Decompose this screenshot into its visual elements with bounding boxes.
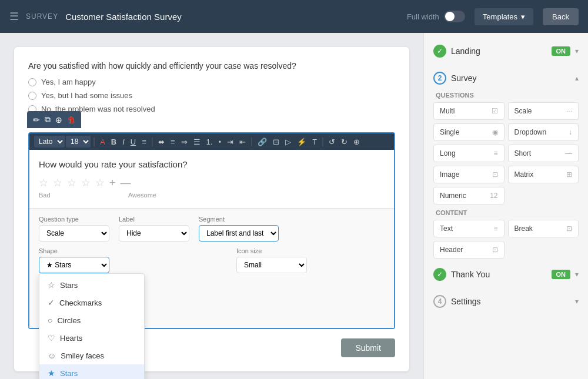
submit-button[interactable]: Submit xyxy=(341,338,395,357)
main-layout: Are you satisfied with how quickly and e… xyxy=(0,33,588,379)
short-icon: — xyxy=(565,149,572,157)
long-btn[interactable]: Long ≡ xyxy=(433,145,505,162)
dropdown-btn[interactable]: Dropdown ↓ xyxy=(508,123,579,141)
star-4[interactable]: ☆ xyxy=(81,176,91,189)
single-btn[interactable]: Single ◉ xyxy=(433,123,505,141)
font-family-select[interactable]: Lato xyxy=(34,136,65,147)
sidebar-section-thankyou: ✓ Thank You ON ▾ xyxy=(431,263,581,286)
shape-select[interactable]: ★ Stars xyxy=(39,257,109,273)
special-btn[interactable]: ⚡ xyxy=(295,136,309,147)
align-center-btn[interactable]: ≡ xyxy=(168,136,178,147)
stars2-label: Stars xyxy=(60,369,78,378)
break-icon: ⊡ xyxy=(566,224,572,233)
align-left-btn[interactable]: ⬌ xyxy=(156,136,167,147)
menu-icon[interactable]: ☰ xyxy=(9,10,19,23)
templates-button[interactable]: Templates ▾ xyxy=(475,8,533,25)
bold-btn[interactable]: B xyxy=(109,136,119,147)
text-btn[interactable]: T xyxy=(310,136,319,147)
shape-item-stars1[interactable]: ☆ Stars xyxy=(39,276,144,294)
shape-dropdown: ☆ Stars ✓ Checkmarks ○ C xyxy=(39,273,145,379)
settings-row: Question type Scale Label Hide xyxy=(39,216,385,242)
settings-header[interactable]: 4 Settings ▾ xyxy=(431,290,581,313)
landing-title: Landing xyxy=(451,46,480,56)
icon-size-select[interactable]: Small xyxy=(236,257,307,273)
landing-on-badge: ON xyxy=(552,46,571,56)
font-size-select[interactable]: 18 xyxy=(66,136,91,147)
justify-btn[interactable]: ☰ xyxy=(191,136,203,147)
star-5[interactable]: ☆ xyxy=(95,176,105,189)
text-btn[interactable]: Text ≡ xyxy=(433,220,505,237)
matrix-label: Matrix xyxy=(514,170,534,179)
star-3[interactable]: ☆ xyxy=(67,176,76,189)
ol-btn[interactable]: 1. xyxy=(204,136,215,147)
dropdown-label: Dropdown xyxy=(514,128,547,136)
option-label-2: Yes, but I had some issues xyxy=(41,91,132,100)
thankyou-chevron-icon: ▾ xyxy=(575,270,579,279)
topnav: ☰ SURVEY Customer Satisfaction Survey Fu… xyxy=(0,0,588,33)
topnav-right: Full width Templates ▾ Back xyxy=(407,8,579,25)
question-type-select[interactable]: Scale xyxy=(39,225,109,242)
segment-select[interactable]: Label first and last xyxy=(199,225,279,242)
align-right-btn[interactable]: ⇒ xyxy=(179,136,190,147)
short-btn[interactable]: Short — xyxy=(508,145,579,162)
copy-icon[interactable]: ⧉ xyxy=(44,113,52,126)
survey-title: Customer Satisfaction Survey xyxy=(65,12,182,22)
sidebar-section-survey: 2 Survey ▴ Questions Multi ☑ Scale ··· xyxy=(431,67,581,259)
remove-star-btn[interactable]: — xyxy=(121,177,131,189)
landing-chevron-icon: ▾ xyxy=(575,47,579,55)
question-edit-text: How would you rate your satisfaction? xyxy=(39,159,385,169)
header-btn[interactable]: Header ⊡ xyxy=(433,241,505,259)
indent-btn[interactable]: ⇥ xyxy=(225,136,236,147)
ul-btn[interactable]: • xyxy=(216,136,223,147)
survey-header[interactable]: 2 Survey ▴ xyxy=(431,67,581,89)
up-icon[interactable]: ⊕ xyxy=(54,114,64,126)
thankyou-header[interactable]: ✓ Thank You ON ▾ xyxy=(431,263,581,286)
outdent-btn[interactable]: ⇤ xyxy=(237,136,248,147)
break-label: Break xyxy=(514,224,533,233)
landing-header[interactable]: ✓ Landing ON ▾ xyxy=(431,40,581,62)
redo-btn[interactable]: ↻ xyxy=(339,136,350,147)
more-btn[interactable]: ⊕ xyxy=(351,136,362,147)
fullwidth-toggle[interactable] xyxy=(444,11,465,22)
add-star-btn[interactable]: + xyxy=(109,177,116,189)
italic-btn[interactable]: I xyxy=(120,136,127,147)
back-button[interactable]: Back xyxy=(543,8,579,25)
font-color-btn[interactable]: A xyxy=(98,136,108,147)
shape-item-circles[interactable]: ○ Circles xyxy=(39,311,144,329)
single-icon: ◉ xyxy=(492,128,498,136)
break-btn[interactable]: Break ⊡ xyxy=(508,220,579,237)
edit-icon[interactable]: ✏ xyxy=(32,114,41,126)
underline-btn[interactable]: U xyxy=(128,136,138,147)
image-btn[interactable]: ⊡ xyxy=(270,136,282,147)
list-btn[interactable]: ≡ xyxy=(139,136,149,147)
undo-btn[interactable]: ↺ xyxy=(326,136,338,147)
numeric-btn[interactable]: Numeric 12 xyxy=(433,187,505,204)
sidebar-section-settings: 4 Settings ▾ xyxy=(431,290,581,313)
checkmarks-icon: ✓ xyxy=(48,298,55,307)
scale-btn[interactable]: Scale ··· xyxy=(508,102,579,120)
matrix-btn[interactable]: Matrix ⊞ xyxy=(508,166,579,183)
image-btn[interactable]: Image ⊡ xyxy=(433,166,505,183)
top-question: Are you satisfied with how quickly and e… xyxy=(28,61,395,71)
shape-item-checkmarks[interactable]: ✓ Checkmarks xyxy=(39,294,144,311)
delete-icon[interactable]: 🗑 xyxy=(66,114,76,126)
question-edit-area[interactable]: How would you rate your satisfaction? ☆ … xyxy=(29,150,394,208)
sidebar-section-landing: ✓ Landing ON ▾ xyxy=(431,40,581,62)
embed-btn[interactable]: ▷ xyxy=(283,136,293,147)
radio-1[interactable] xyxy=(28,78,36,86)
fullwidth-label: Full width xyxy=(407,12,439,21)
shape-group: Shape ★ Stars ☆ Stars xyxy=(39,247,109,273)
header-label: Header xyxy=(440,246,463,254)
star-1[interactable]: ☆ xyxy=(39,176,48,189)
settings-chevron-icon: ▾ xyxy=(575,297,579,306)
star-2[interactable]: ☆ xyxy=(53,176,62,189)
shape-item-hearts[interactable]: ♡ Hearts xyxy=(39,329,144,347)
label-select[interactable]: Hide xyxy=(119,225,189,242)
icon-size-group: Icon size Small xyxy=(236,247,307,273)
link-btn[interactable]: 🔗 xyxy=(255,136,269,147)
radio-2[interactable] xyxy=(28,92,36,100)
settings-panel: Question type Scale Label Hide xyxy=(29,208,394,328)
multi-btn[interactable]: Multi ☑ xyxy=(433,102,505,120)
shape-item-smiley[interactable]: ☺ Smiley faces xyxy=(39,347,144,364)
shape-item-stars2[interactable]: ★ Stars xyxy=(39,364,144,379)
